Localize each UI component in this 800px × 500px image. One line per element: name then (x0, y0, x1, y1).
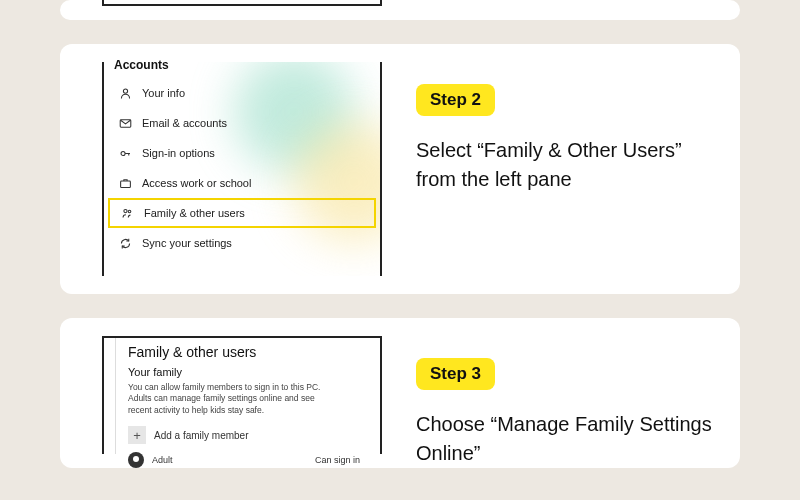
panel-heading: Family & other users (128, 344, 368, 360)
step1-card-tail (60, 0, 740, 20)
settings-left-rail (104, 338, 116, 454)
add-family-member-button[interactable]: + Add a family member (128, 426, 368, 444)
member-name: Adult (152, 455, 173, 465)
sync-icon (118, 236, 132, 250)
envelope-icon (118, 116, 132, 130)
accounts-sidebar: Your info Email & accounts Sign-in optio… (104, 76, 380, 258)
family-icon (120, 206, 134, 220)
sidebar-item-email[interactable]: Email & accounts (104, 108, 380, 138)
sidebar-item-sync[interactable]: Sync your settings (104, 228, 380, 258)
step3-badge: Step 3 (416, 358, 495, 390)
svg-point-0 (123, 88, 127, 92)
avatar-icon (128, 452, 144, 468)
step1-frame-bottom-edge (102, 0, 382, 6)
step2-screenshot-frame: Accounts Your info Email & accounts Sign… (102, 62, 382, 276)
sidebar-item-label: Access work or school (142, 177, 251, 189)
family-panel: Family & other users Your family You can… (116, 338, 380, 454)
sidebar-item-label: Your info (142, 87, 185, 99)
panel-section: Your family (128, 366, 368, 378)
key-icon (118, 146, 132, 160)
plus-icon: + (128, 426, 146, 444)
step2-card: Accounts Your info Email & accounts Sign… (60, 44, 740, 294)
family-member-row[interactable]: Adult Can sign in (128, 452, 368, 468)
svg-point-5 (128, 210, 131, 213)
add-label: Add a family member (154, 430, 248, 441)
svg-point-4 (123, 209, 126, 212)
step2-badge: Step 2 (416, 84, 495, 116)
step2-instruction: Select “Family & Other Users” from the l… (416, 136, 712, 194)
sidebar-item-label: Sign-in options (142, 147, 215, 159)
sidebar-item-label: Sync your settings (142, 237, 232, 249)
person-icon (118, 86, 132, 100)
step3-card: Family & other users Your family You can… (60, 318, 740, 468)
step3-instruction: Choose “Manage Family Settings Online” (416, 410, 712, 468)
briefcase-icon (118, 176, 132, 190)
panel-description: You can allow family members to sign in … (128, 382, 328, 416)
step2-text-col: Step 2 Select “Family & Other Users” fro… (416, 62, 712, 276)
sidebar-item-your-info[interactable]: Your info (104, 78, 380, 108)
sidebar-title: Accounts (104, 58, 380, 76)
sidebar-item-label: Email & accounts (142, 117, 227, 129)
svg-rect-3 (120, 181, 130, 188)
sidebar-item-family[interactable]: Family & other users (108, 198, 376, 228)
member-status: Can sign in (315, 455, 360, 465)
step3-screenshot-frame: Family & other users Your family You can… (102, 336, 382, 454)
sidebar-item-label: Family & other users (144, 207, 245, 219)
sidebar-item-access[interactable]: Access work or school (104, 168, 380, 198)
step3-text-col: Step 3 Choose “Manage Family Settings On… (416, 336, 712, 468)
svg-point-2 (121, 151, 125, 155)
sidebar-item-signin[interactable]: Sign-in options (104, 138, 380, 168)
